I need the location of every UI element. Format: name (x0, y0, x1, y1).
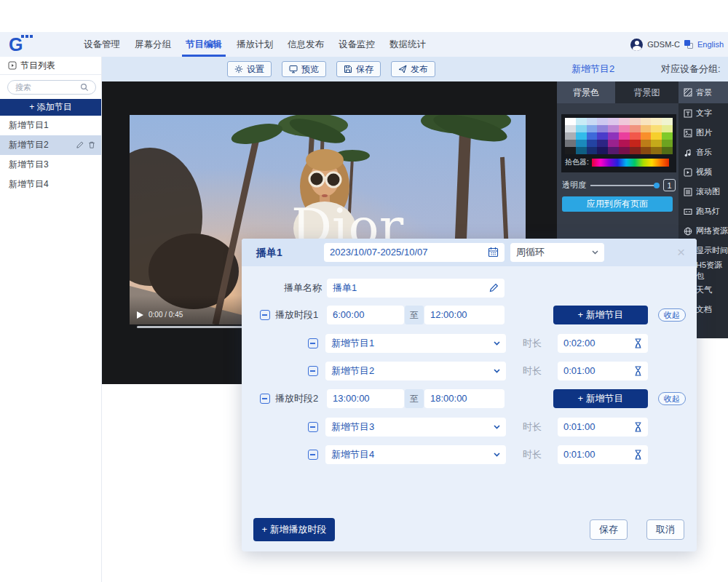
palette-color[interactable] (597, 132, 608, 140)
hourglass-icon[interactable] (634, 422, 642, 432)
palette-color[interactable] (651, 118, 662, 125)
section-1-start-input[interactable]: 6:00:00 (327, 306, 404, 324)
settings-button[interactable]: 设置 (227, 61, 272, 77)
publish-button[interactable]: 发布 (391, 61, 435, 77)
palette-color[interactable] (597, 125, 608, 132)
tool-music[interactable]: 音乐 (678, 143, 728, 162)
tool-video[interactable]: 视频 (678, 162, 728, 182)
add-program-to-section-2-button[interactable]: + 新增节目 (553, 389, 648, 408)
opacity-value[interactable]: 1 (663, 179, 676, 191)
sidebar-item-program-2[interactable]: 新增节目2 (0, 135, 101, 155)
nav-device-monitor[interactable]: 设备监控 (335, 32, 379, 57)
delete-trash-icon[interactable] (88, 141, 95, 149)
program-select-3[interactable]: 新增节目3 (325, 418, 506, 436)
nav-play-schedule[interactable]: 播放计划 (233, 32, 277, 57)
section-2-start-input[interactable]: 13:00:00 (327, 389, 404, 408)
hourglass-icon[interactable] (634, 338, 642, 348)
palette-color[interactable] (662, 140, 673, 147)
nav-screen-groups[interactable]: 屏幕分组 (131, 32, 175, 57)
duration-input-3[interactable]: 0:01:00 (558, 418, 648, 436)
close-icon[interactable]: × (677, 243, 685, 262)
section-2-end-input[interactable]: 18:00:00 (424, 389, 505, 408)
remove-program-icon[interactable] (308, 366, 318, 376)
palette-color[interactable] (641, 147, 652, 154)
palette-color[interactable] (619, 125, 630, 132)
palette-color[interactable] (576, 140, 587, 147)
search-icon[interactable] (80, 83, 89, 92)
palette-color[interactable] (587, 132, 598, 140)
palette-color[interactable] (641, 132, 652, 140)
palette-color[interactable] (565, 132, 576, 140)
palette-color[interactable] (630, 118, 641, 125)
add-section-button[interactable]: + 新增播放时段 (253, 518, 335, 541)
duration-input-1[interactable]: 0:02:00 (558, 334, 648, 353)
palette-color[interactable] (630, 132, 641, 140)
hourglass-icon[interactable] (634, 366, 642, 376)
palette-color[interactable] (651, 147, 662, 154)
remove-program-icon[interactable] (308, 422, 318, 432)
palette-color[interactable] (565, 140, 576, 147)
duration-input-4[interactable]: 0:01:00 (558, 445, 648, 464)
palette-color[interactable] (608, 125, 619, 132)
palette-color[interactable] (597, 140, 608, 147)
palette-color[interactable] (619, 140, 630, 147)
save-button[interactable]: 保存 (336, 61, 381, 77)
add-program-to-section-1-button[interactable]: + 新增节目 (553, 306, 648, 324)
nav-program-edit[interactable]: 节目编辑 (182, 32, 226, 57)
add-program-button[interactable]: + 添加节目 (0, 99, 101, 116)
tab-background-image[interactable]: 背景图 (615, 81, 678, 103)
date-range-input[interactable]: 2023/10/07-2025/10/07 (324, 243, 505, 262)
sidebar-item-program-4[interactable]: 新增节目4 (0, 175, 101, 194)
palette-color[interactable] (662, 132, 673, 140)
remove-section-icon[interactable] (260, 394, 270, 404)
palette-color[interactable] (576, 125, 587, 132)
remove-program-icon[interactable] (308, 450, 318, 460)
palette-color[interactable] (662, 118, 673, 125)
palette-color[interactable] (565, 125, 576, 132)
tool-background[interactable]: 背景 (678, 81, 728, 103)
collapse-section-1-button[interactable]: 收起 (658, 308, 686, 322)
section-1-end-input[interactable]: 12:00:00 (424, 306, 505, 324)
palette-color[interactable] (608, 132, 619, 140)
palette-color[interactable] (597, 118, 608, 125)
palette-color[interactable] (641, 118, 652, 125)
palette-color[interactable] (587, 147, 598, 154)
program-select-1[interactable]: 新增节目1 (325, 334, 506, 353)
palette-color[interactable] (576, 132, 587, 140)
palette-color[interactable] (608, 147, 619, 154)
palette-color[interactable] (619, 132, 630, 140)
edit-pencil-icon[interactable] (488, 283, 499, 293)
playlist-name-input[interactable]: 播单1 (327, 279, 505, 298)
palette-color[interactable] (597, 147, 608, 154)
palette-color[interactable] (662, 147, 673, 154)
palette-color[interactable] (576, 147, 587, 154)
sidebar-item-program-3[interactable]: 新增节目3 (0, 155, 101, 175)
program-select-2[interactable]: 新增节目2 (325, 362, 506, 380)
palette-color[interactable] (587, 118, 598, 125)
nav-info-publish[interactable]: 信息发布 (284, 32, 328, 57)
tab-background-color[interactable]: 背景色 (557, 81, 615, 103)
cancel-button[interactable]: 取消 (646, 519, 684, 540)
apply-all-pages-button[interactable]: 应用到所有页面 (562, 196, 673, 212)
palette-color[interactable] (662, 125, 673, 132)
tool-text[interactable]: 文字 (678, 103, 728, 123)
palette-color[interactable] (651, 132, 662, 140)
palette-color[interactable] (565, 118, 576, 125)
nav-data-statistics[interactable]: 数据统计 (386, 32, 430, 57)
save-playlist-button[interactable]: 保存 (590, 519, 628, 540)
palette-color[interactable] (565, 147, 576, 154)
tool-marquee[interactable]: 跑马灯 (678, 202, 728, 221)
palette-color[interactable] (630, 140, 641, 147)
palette-color[interactable] (651, 125, 662, 132)
cycle-select[interactable]: 周循环 (510, 243, 604, 262)
palette-color[interactable] (641, 125, 652, 132)
user-avatar-icon[interactable] (630, 39, 643, 51)
collapse-section-2-button[interactable]: 收起 (658, 392, 686, 405)
rainbow-picker-bar[interactable] (592, 159, 669, 167)
palette-color[interactable] (641, 140, 652, 147)
tool-image[interactable]: 图片 (678, 123, 728, 143)
nav-device-management[interactable]: 设备管理 (80, 32, 124, 57)
duration-input-2[interactable]: 0:01:00 (558, 362, 648, 380)
palette-color[interactable] (587, 125, 598, 132)
palette-color[interactable] (608, 118, 619, 125)
